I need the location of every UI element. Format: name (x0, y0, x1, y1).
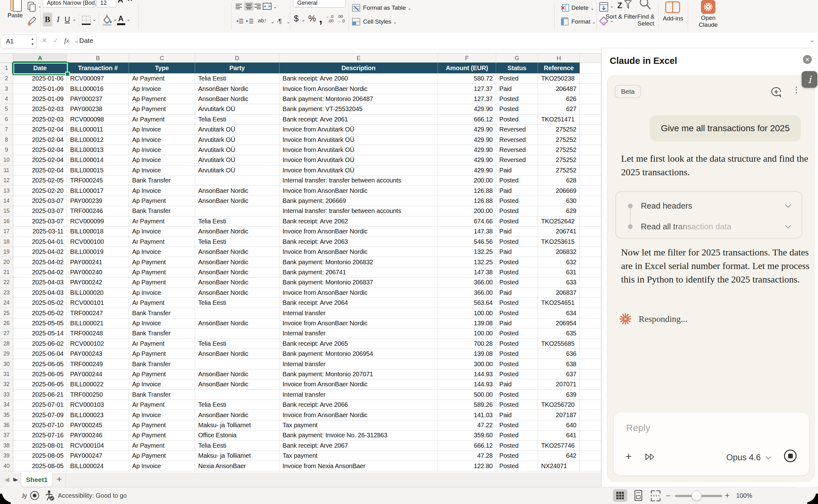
cell[interactable]: Arvutitark OÜ (195, 165, 279, 176)
cell[interactable]: Posted (496, 206, 538, 216)
cell[interactable]: 200.00 (438, 176, 496, 186)
cell[interactable]: Ap Invoice (129, 379, 195, 389)
cell[interactable]: 628 (538, 176, 580, 186)
cell[interactable]: 366.00 (438, 288, 496, 298)
row-header-7[interactable]: 7 (0, 125, 13, 135)
cell[interactable]: 2025-01-06 (13, 74, 67, 84)
row-header-14[interactable]: 14 (0, 196, 13, 206)
cell[interactable]: 300.00 (438, 359, 496, 369)
cell[interactable]: Paid (496, 84, 538, 94)
cell[interactable]: RCV000102 (67, 339, 129, 349)
cell[interactable]: 2025-05-05 (13, 318, 67, 328)
zoom-level[interactable]: 100% (736, 492, 752, 499)
table-header-cell[interactable]: Status (496, 63, 538, 74)
cell[interactable]: 634 (538, 308, 580, 318)
cell[interactable]: Ap Payment (129, 369, 195, 379)
table-header-cell[interactable]: Description (279, 63, 438, 74)
cell[interactable]: 2025-07-10 (13, 420, 67, 430)
cell[interactable]: Ap Payment (129, 277, 195, 288)
cell[interactable]: Paid (496, 165, 538, 176)
cell[interactable]: Posted (496, 451, 538, 461)
open-claude-icon[interactable] (701, 0, 715, 14)
borders-chevron-icon[interactable]: ⌄ (92, 18, 97, 21)
cell[interactable]: PAY000237 (67, 94, 129, 104)
cell[interactable]: Bank payment: Montonio 206487 (279, 94, 438, 104)
cell[interactable]: Ap Invoice (129, 125, 195, 135)
cell[interactable]: Invoice from AnsonBaer Nordic (279, 84, 438, 94)
cell[interactable]: Invoice from AnsonBaer Nordic (279, 227, 438, 237)
cell[interactable]: 2025-04-01 (13, 237, 67, 247)
row-header-38[interactable]: 38 (0, 441, 13, 451)
cell[interactable]: Ar Payment (129, 237, 195, 247)
zoom-out-button[interactable]: − (666, 491, 670, 501)
cell[interactable]: BILL000021 (67, 318, 129, 328)
cell[interactable]: PAY000244 (67, 369, 129, 379)
formula-bar-collapse-icon[interactable]: ⌄ (809, 38, 815, 42)
cell[interactable]: 206832 (538, 247, 580, 257)
row-header-35[interactable]: 35 (0, 410, 13, 420)
cell[interactable]: 546.56 (438, 237, 496, 247)
cell[interactable]: RCV000104 (67, 441, 129, 451)
cell[interactable]: TRF000247 (67, 308, 129, 318)
cell[interactable]: TKO251471 (538, 115, 580, 125)
row-header-6[interactable]: 6 (0, 115, 13, 125)
cell[interactable]: PAY000239 (67, 196, 129, 206)
cell[interactable]: 100.00 (438, 328, 496, 339)
cell[interactable]: 429.90 (438, 104, 496, 114)
cell[interactable] (580, 227, 601, 237)
cell[interactable]: Bank Transfer (129, 359, 195, 369)
cell[interactable]: 2025-08-05 (13, 451, 67, 461)
cell[interactable] (580, 94, 601, 104)
cell[interactable]: 2025-01-09 (13, 84, 67, 94)
cell[interactable]: AnsonBaer Nordic (195, 247, 279, 257)
cell[interactable]: Invoice from Arvutitark OÜ (279, 145, 438, 155)
underline-button[interactable]: U (63, 13, 72, 26)
row-header-37[interactable]: 37 (0, 430, 13, 440)
cell[interactable]: Posted (496, 390, 538, 400)
cell[interactable]: BILL000024 (67, 461, 129, 471)
cell[interactable] (580, 410, 601, 420)
row-header-3[interactable]: 3 (0, 84, 13, 94)
row-header-22[interactable]: 22 (0, 277, 13, 288)
cell[interactable]: 500.00 (438, 390, 496, 400)
cell[interactable]: 206741 (538, 227, 580, 237)
cell[interactable] (580, 318, 601, 328)
cell[interactable]: Invoice from AnsonBaer Nordic (279, 410, 438, 420)
merge-chevron-icon[interactable]: ⌄ (273, 5, 277, 8)
cell[interactable]: 2025-07-01 (13, 400, 67, 410)
cell[interactable]: Internal transfer (279, 328, 438, 339)
cell[interactable]: Telia Eesti (195, 237, 279, 247)
sort-filter-icon[interactable]: Z (617, 0, 632, 12)
cell[interactable]: Ap Invoice (129, 461, 195, 471)
cell[interactable]: AnsonBaer Nordic (195, 196, 279, 206)
cell[interactable] (580, 359, 601, 369)
cell[interactable]: Invoice from AnsonBaer Nordic (279, 186, 438, 196)
column-header-G[interactable]: G (496, 54, 538, 63)
cell[interactable]: 147.38 (438, 267, 496, 277)
cell[interactable]: BILL000017 (67, 186, 129, 196)
cell[interactable]: Invoice from AnsonBaer Nordic (279, 318, 438, 328)
cell[interactable]: 275252 (538, 135, 580, 145)
cell[interactable]: 206487 (538, 84, 580, 94)
cell[interactable]: Posted (496, 257, 538, 267)
cell[interactable]: 122.80 (438, 461, 496, 471)
tool-step[interactable]: Read all transaction data (616, 217, 802, 236)
cell[interactable]: Bank payment: 206669 (279, 196, 438, 206)
cell[interactable]: 637 (538, 369, 580, 379)
row-header-17[interactable]: 17 (0, 227, 13, 237)
cell[interactable]: 700.28 (438, 339, 496, 349)
cell[interactable]: 2025-06-04 (13, 349, 67, 359)
currency-chevron-icon[interactable]: ⌄ (301, 18, 305, 21)
cell[interactable]: 641 (538, 430, 580, 440)
select-all-corner[interactable] (0, 54, 13, 63)
cell[interactable]: Invoice from AnsonBaer Nordic (279, 247, 438, 257)
row-header-30[interactable]: 30 (0, 359, 13, 369)
cell[interactable] (580, 186, 601, 196)
cell[interactable]: Ap Payment (129, 430, 195, 440)
cell[interactable]: Posted (496, 216, 538, 227)
table-header-cell[interactable]: Type (129, 63, 195, 74)
normal-view-button[interactable] (613, 489, 627, 502)
name-box-down-icon[interactable]: ▼ (31, 42, 34, 46)
cell[interactable]: BILL000014 (67, 155, 129, 165)
cell[interactable]: BILL000013 (67, 145, 129, 155)
